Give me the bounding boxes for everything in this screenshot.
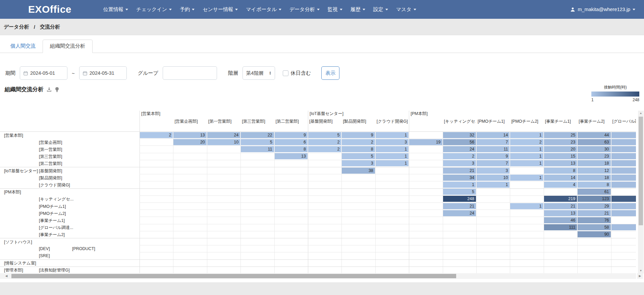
select-updown-icon: ▲▼ <box>269 71 271 75</box>
grid-vline <box>544 131 544 274</box>
matrix-cell: 13 <box>544 210 577 216</box>
menu-item-master[interactable]: マスタ <box>396 6 416 13</box>
grid-vline <box>173 131 173 274</box>
matrix-cell <box>611 175 636 181</box>
menu-item-data-analysis[interactable]: データ分析 <box>289 6 320 13</box>
horizontal-scrollbar-thumb[interactable] <box>11 274 456 278</box>
row-line <box>140 160 636 160</box>
chevron-down-icon <box>340 9 342 10</box>
date-to-input[interactable]: 2024-05-31 <box>79 66 127 80</box>
row-line <box>140 202 636 203</box>
calendar-icon <box>23 71 28 75</box>
scroll-left-arrow-icon[interactable]: ◀ <box>3 273 9 279</box>
matrix-cell: 14 <box>544 175 577 181</box>
matrix-cell: 19 <box>409 139 442 145</box>
matrix-cell: 23 <box>544 139 577 145</box>
matrix-cell <box>611 203 636 209</box>
matrix-cell <box>611 168 636 174</box>
row-line <box>140 231 636 231</box>
section-header: 組織間交流分析 <box>5 86 59 93</box>
matrix-cell: 90 <box>578 231 610 237</box>
user-menu[interactable]: m_makita@where123.jp <box>570 7 635 12</box>
matrix-cell: 1 <box>510 153 543 159</box>
matrix-cell <box>611 153 636 159</box>
matrix-cell: 18 <box>578 175 610 181</box>
row-header: [グローバル調達... <box>39 225 73 231</box>
row-header: [第三営業部] <box>39 154 62 160</box>
row-header: [PMOチーム1] <box>39 204 66 210</box>
navbar: EXOffice 位置情報 チェックイン 予約 センサー情報 マイポータル デー… <box>0 0 644 19</box>
matrix-cell: 219 <box>544 196 577 202</box>
matrix-cell: 56 <box>443 139 476 145</box>
matrix-cell: 11 <box>477 146 509 152</box>
section-title: 組織間交流分析 <box>5 86 44 93</box>
column-group-header: [営業本部] <box>141 111 160 117</box>
filter-bar: 期間 2024-05-01 ~ 2024-05-31 グループ 階層 第4階層 … <box>0 66 644 80</box>
chevron-down-icon <box>125 9 128 10</box>
row-header: [PMOチーム2] <box>39 211 66 217</box>
holiday-label[interactable]: 休日含む <box>291 70 311 76</box>
grid-vline <box>308 111 308 274</box>
row-header: [PRODUCT] <box>72 246 95 251</box>
menu-item-checkin[interactable]: チェックイン <box>136 6 172 13</box>
breadcrumb-parent[interactable]: データ分析 <box>4 24 29 30</box>
menu-item-reservation[interactable]: 予約 <box>180 6 195 13</box>
user-email: m_makita@where123.jp <box>578 7 630 12</box>
matrix-cell: 2 <box>308 146 341 152</box>
matrix-cell <box>611 182 636 188</box>
hierarchy-select[interactable]: 第4階層 ▲▼ <box>243 66 275 80</box>
grid-vline <box>274 131 275 274</box>
legend-title: 接触時間(時) <box>591 84 639 90</box>
menu-item-sensor[interactable]: センサー情報 <box>203 6 238 13</box>
column-header: [グローバル調 <box>612 119 636 124</box>
lightbulb-icon[interactable] <box>55 87 59 93</box>
tab-personal-interaction[interactable]: 個人間交流 <box>3 40 43 53</box>
column-header: [事業チーム2] <box>579 119 604 124</box>
grid-vline <box>476 131 477 274</box>
menu-item-history[interactable]: 履歴 <box>351 6 365 13</box>
heat-legend: 接触時間(時) 1 248 <box>591 84 639 102</box>
matrix-cell: 13 <box>275 153 308 159</box>
grid-vline <box>443 131 443 274</box>
row-header: [製品開発部] <box>39 175 62 181</box>
holiday-checkbox[interactable] <box>283 70 288 76</box>
row-line <box>140 181 636 181</box>
chevron-down-icon <box>192 9 195 10</box>
matrix-cell: 14 <box>477 132 509 138</box>
grid-vline <box>240 131 241 274</box>
matrix-cell: 4 <box>544 182 577 188</box>
row-header: [事業チーム2] <box>39 232 65 238</box>
scroll-up-arrow-icon[interactable]: ▲ <box>638 111 644 116</box>
group-separator-line <box>0 188 636 189</box>
date-range-tilde: ~ <box>72 70 75 76</box>
menu-item-settings[interactable]: 設定 <box>373 6 388 13</box>
menu-item-location[interactable]: 位置情報 <box>103 6 128 13</box>
scroll-right-arrow-icon[interactable]: ▶ <box>637 273 643 279</box>
matrix-cell: 1 <box>443 182 476 188</box>
matrix-cell: 24 <box>443 146 476 152</box>
matrix-cell: 21 <box>443 168 476 174</box>
chevron-down-icon <box>633 9 635 10</box>
matrix-cell: 11 <box>241 146 274 152</box>
download-icon[interactable] <box>46 87 52 93</box>
scroll-down-arrow-icon[interactable]: ▼ <box>638 268 644 274</box>
matrix-cell: 23 <box>578 153 610 159</box>
matrix-cell: 21 <box>443 203 476 209</box>
row-line <box>140 174 636 174</box>
group-input[interactable] <box>163 66 217 80</box>
date-from-input[interactable]: 2024-05-01 <box>20 66 67 80</box>
column-header: [キッティングセ... <box>444 119 476 124</box>
vertical-scrollbar[interactable]: ▲ ▼ <box>638 111 644 274</box>
period-label: 期間 <box>5 70 15 76</box>
matrix-cell: 2 <box>443 153 476 159</box>
row-header: [第二営業部] <box>39 161 62 167</box>
grid-vline <box>207 131 207 274</box>
vertical-scrollbar-thumb[interactable] <box>639 117 643 225</box>
tab-org-interaction-analysis[interactable]: 組織間交流分析 <box>43 40 93 53</box>
matrix-cell: 1 <box>510 160 543 166</box>
breadcrumb-current: 交流分析 <box>40 24 60 30</box>
show-button[interactable]: 表示 <box>321 66 339 80</box>
column-header: [第三営業部] <box>242 119 265 124</box>
menu-item-myportal[interactable]: マイポータル <box>246 6 281 13</box>
menu-item-monitoring[interactable]: 監視 <box>328 6 342 13</box>
